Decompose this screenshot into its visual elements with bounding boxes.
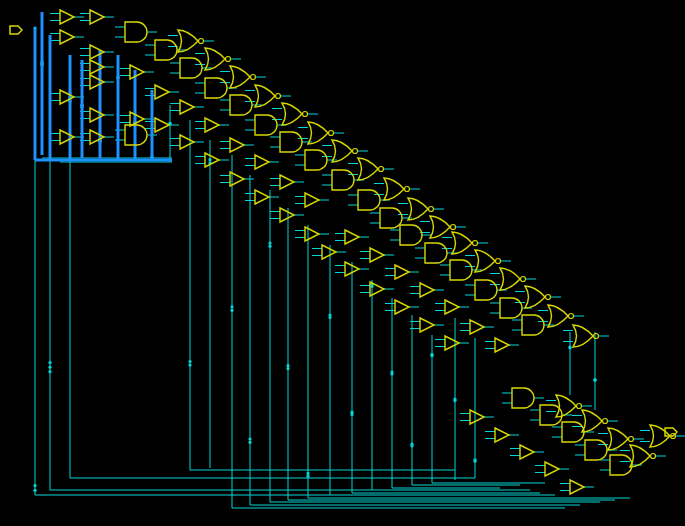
junction-dot [593, 378, 596, 381]
junction-dot [33, 489, 36, 492]
junction-dot [473, 458, 476, 461]
junction-dot [230, 305, 233, 308]
junction-dot [248, 437, 251, 440]
junction-dot [188, 360, 191, 363]
junction-dot [48, 366, 51, 369]
junction-dot [33, 484, 36, 487]
junction-dot [453, 397, 456, 400]
junction-dot [390, 371, 393, 374]
junction-dot [568, 346, 571, 349]
junction-dot [48, 361, 51, 364]
junction-dot [248, 441, 251, 444]
junction-dot [48, 370, 51, 373]
junction-dot [328, 313, 331, 316]
junction-dot [208, 158, 211, 161]
logic-schematic [0, 0, 685, 526]
junction-dot [410, 443, 413, 446]
junction-dot [268, 241, 271, 244]
junction-dot [350, 411, 353, 414]
junction-dot [286, 367, 289, 370]
junction-dot [230, 309, 233, 312]
junction-dot [268, 245, 271, 248]
junction-dot [430, 353, 433, 356]
junction-dot [286, 364, 289, 367]
svg-rect-1 [0, 0, 685, 526]
junction-dot [306, 472, 309, 475]
junction-dot [306, 475, 309, 478]
junction-dot [188, 363, 191, 366]
